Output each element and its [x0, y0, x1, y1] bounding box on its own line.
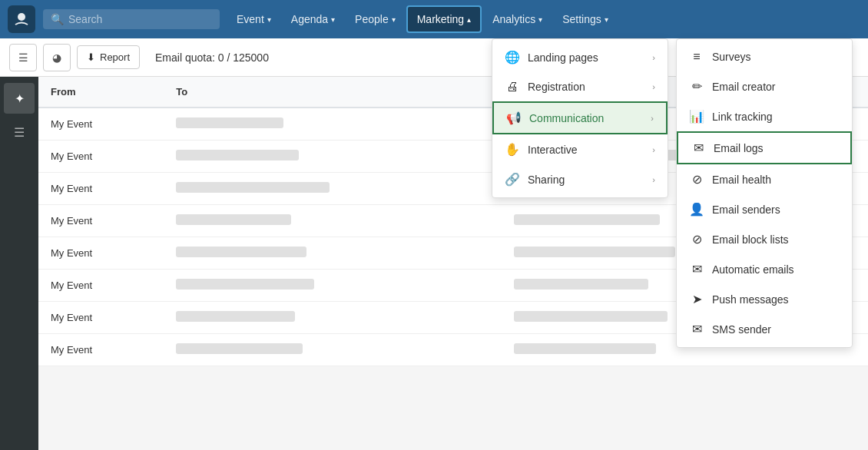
blurred-subject: [514, 117, 652, 128]
main-layout: ✦ ☰ From To Subject My EventMy EventMy E…: [0, 77, 868, 450]
cell-to: [164, 270, 501, 302]
cell-from: My Event: [38, 270, 164, 302]
sidebar: ✦ ☰: [0, 77, 38, 450]
blurred-to: [176, 182, 330, 193]
table-row: My Event: [38, 205, 868, 237]
content-area: From To Subject My EventMy EventMy Event…: [38, 77, 868, 450]
nav-item-people[interactable]: People ▾: [346, 7, 405, 31]
nav-item-agenda[interactable]: Agenda ▾: [282, 7, 344, 31]
cell-subject: [502, 205, 868, 237]
chevron-down-icon: ▾: [267, 15, 271, 24]
search-icon: 🔍: [51, 13, 64, 25]
cell-to: [164, 205, 501, 237]
cell-from: My Event: [38, 302, 164, 334]
cell-from: My Event: [38, 141, 164, 173]
chevron-down-icon: ▾: [331, 15, 335, 24]
search-placeholder: Search: [68, 13, 102, 25]
search-box[interactable]: 🔍 Search: [43, 9, 220, 29]
sidebar-icon-list[interactable]: ☰: [4, 117, 35, 147]
table-row: My Event: [38, 270, 868, 302]
cell-from: My Event: [38, 334, 164, 366]
blurred-subject: [514, 182, 637, 193]
blurred-subject: [514, 343, 656, 354]
nav-item-settings[interactable]: Settings ▾: [553, 7, 618, 31]
chevron-down-icon: ▾: [605, 15, 608, 24]
table-row: My Event: [38, 237, 868, 270]
app-logo: [8, 5, 35, 33]
blurred-to: [176, 311, 295, 322]
blurred-to: [176, 117, 283, 128]
table-row: My Event: [38, 141, 868, 173]
cell-from: My Event: [38, 205, 164, 237]
cell-subject: [502, 108, 868, 141]
table-row: My Event: [38, 173, 868, 205]
cell-to: [164, 141, 501, 173]
table-row: My Event: [38, 334, 868, 366]
nav-items: Event ▾ Agenda ▾ People ▾ Marketing ▴ An…: [227, 5, 618, 33]
table-row: My Event: [38, 108, 868, 141]
blurred-subject: [514, 279, 648, 290]
cell-subject: [502, 237, 868, 270]
table-row: My Event: [38, 302, 868, 334]
blurred-subject: [514, 150, 683, 160]
nav-item-marketing[interactable]: Marketing ▴: [406, 5, 482, 33]
chevron-up-icon: ▴: [467, 15, 471, 24]
cell-subject: [502, 302, 868, 334]
nav-item-event[interactable]: Event ▾: [227, 7, 280, 31]
sub-toolbar: ☰ ◕ ⬇ Report Email quota: 0 / 125000: [0, 38, 868, 77]
nav-item-analytics[interactable]: Analytics ▾: [483, 7, 552, 31]
chart-view-button[interactable]: ◕: [43, 44, 71, 71]
chevron-down-icon: ▾: [392, 15, 396, 24]
email-logs-table: From To Subject My EventMy EventMy Event…: [38, 77, 868, 366]
cell-to: [164, 334, 501, 366]
cell-to: [164, 237, 501, 270]
cell-subject: [502, 334, 868, 366]
cell-subject: [502, 173, 868, 205]
download-icon: ⬇: [87, 51, 95, 63]
cell-from: My Event: [38, 237, 164, 270]
blurred-to: [176, 214, 291, 225]
col-to: To: [164, 77, 501, 108]
svg-point-0: [18, 13, 25, 21]
blurred-to: [176, 150, 299, 160]
blurred-subject: [514, 311, 668, 322]
email-quota: Email quota: 0 / 125000: [155, 51, 269, 64]
sidebar-icon-tool[interactable]: ✦: [4, 83, 35, 114]
cell-subject: [502, 270, 868, 302]
blurred-to: [176, 247, 306, 257]
top-nav: 🔍 Search Event ▾ Agenda ▾ People ▾ Marke…: [0, 0, 868, 38]
blurred-subject: [514, 247, 675, 257]
cell-from: My Event: [38, 173, 164, 205]
list-view-button[interactable]: ☰: [9, 44, 37, 71]
col-from: From: [38, 77, 164, 108]
report-button[interactable]: ⬇ Report: [77, 45, 140, 69]
blurred-subject: [514, 214, 660, 225]
cell-to: [164, 173, 501, 205]
cell-from: My Event: [38, 108, 164, 141]
blurred-to: [176, 279, 314, 290]
cell-subject: [502, 141, 868, 173]
cell-to: [164, 302, 501, 334]
col-subject: Subject: [502, 77, 868, 108]
chevron-down-icon: ▾: [538, 15, 542, 24]
cell-to: [164, 108, 501, 141]
blurred-to: [176, 343, 303, 354]
